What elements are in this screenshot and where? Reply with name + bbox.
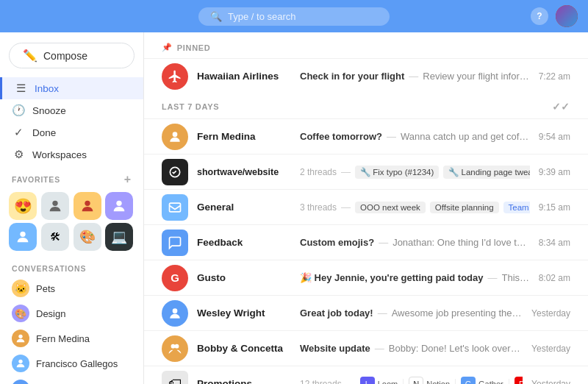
- email-time-hawaiian: 7:22 am: [539, 71, 570, 82]
- tag-lunch: Team lunch today!: [503, 202, 530, 213]
- mark-all-read-icon[interactable]: ✓✓: [552, 101, 570, 113]
- email-subject-gusto: 🎉 Hey Jennie, you're getting paid today: [300, 272, 484, 283]
- conversations-label: CONVERSATIONS: [12, 264, 86, 273]
- email-preview-fern: Wanna catch up and get coffee tomorrow a…: [401, 131, 530, 142]
- email-row-shortwave[interactable]: shortwave/website 2 threads — 🔧 Fix typo…: [144, 154, 588, 189]
- email-row-feedback[interactable]: Feedback Custom emojis? — Jonathan: One …: [144, 224, 588, 260]
- fav-item-4[interactable]: [105, 192, 133, 220]
- svg-point-12: [173, 308, 178, 313]
- conv-label-pets: Pets: [36, 283, 55, 294]
- conv-item-francisco[interactable]: Francisco Gallegos: [0, 351, 143, 376]
- svg-point-3: [20, 232, 25, 237]
- search-bar[interactable]: 🔍 Type / to search: [198, 7, 390, 26]
- email-subject-bobby-c: Website update: [300, 343, 370, 354]
- email-row-general[interactable]: General 3 threads — OOO next week Offsit…: [144, 189, 588, 224]
- email-preview-gusto: This will brighten your da...: [502, 272, 530, 283]
- fav-item-7[interactable]: 🎨: [74, 223, 101, 251]
- conv-label-fern: Fern Medina: [36, 333, 90, 344]
- sidebar-item-done[interactable]: ✓ Done: [0, 121, 143, 143]
- tag-fix-typo: 🔧 Fix typo (#1234): [355, 166, 439, 179]
- svg-point-4: [18, 335, 22, 338]
- fav-item-3[interactable]: [74, 192, 101, 220]
- conv-item-pets[interactable]: 🐱 Pets: [0, 276, 143, 301]
- conv-avatar-fern: [12, 330, 29, 347]
- add-favorite-icon[interactable]: +: [124, 173, 132, 186]
- done-icon: ✓: [12, 126, 25, 139]
- email-sender-wesley: Wesley Wright: [197, 307, 300, 319]
- help-button[interactable]: ?: [531, 7, 548, 25]
- sidebar-item-workspaces[interactable]: ⚙ Workspaces: [0, 143, 143, 166]
- conv-item-fern[interactable]: Fern Medina: [0, 326, 143, 351]
- workspaces-icon: ⚙: [12, 148, 25, 161]
- search-placeholder: Type / to search: [228, 11, 296, 22]
- sidebar: ✏️ Compose ☰ Inbox 🕐 Snooze ✓ Done ⚙ Wor…: [0, 32, 144, 384]
- email-row-fern[interactable]: Fern Medina Coffee tomorrow? — Wanna cat…: [144, 118, 588, 154]
- done-label: Done: [32, 127, 56, 138]
- email-row-promotions[interactable]: 🏷 Promotions 12 threads — L Loom N Notio…: [144, 366, 588, 384]
- promo-notion-label: Notion: [426, 380, 450, 385]
- compose-label: Compose: [43, 50, 87, 62]
- conv-avatar-pets: 🐱: [12, 280, 29, 297]
- email-content-fern: Coffee tomorrow? — Wanna catch up and ge…: [300, 131, 530, 142]
- promo-notion: N: [409, 377, 423, 385]
- email-sender-feedback: Feedback: [197, 237, 300, 248]
- email-content-promotions: 12 threads — L Loom N Notion G Gather P …: [300, 377, 523, 385]
- pinned-section-label: 📌 PINNED: [144, 32, 588, 58]
- fav-item-1[interactable]: 😍: [9, 192, 37, 220]
- topbar: 🔍 Type / to search ?: [0, 0, 588, 32]
- email-row-bobby-c[interactable]: Bobby & Concetta Website update — Bobby:…: [144, 330, 588, 366]
- sidebar-item-snooze[interactable]: 🕐 Snooze: [0, 99, 143, 121]
- email-subject-feedback: Custom emojis?: [300, 237, 374, 248]
- svg-point-0: [52, 201, 57, 206]
- compose-button[interactable]: ✏️ Compose: [9, 43, 135, 68]
- email-time-gusto: 8:02 am: [539, 273, 570, 283]
- promo-icons: L Loom N Notion G Gather P M +3: [360, 377, 523, 385]
- email-avatar-fern: [162, 124, 188, 150]
- workspaces-label: Workspaces: [32, 149, 87, 160]
- email-avatar-bobby-c: [162, 335, 188, 362]
- email-time-promotions: Yesterday: [531, 379, 570, 385]
- email-time-feedback: 8:34 am: [539, 238, 570, 248]
- email-time-general: 9:15 am: [539, 202, 570, 213]
- tag-ooo: OOO next week: [355, 202, 426, 213]
- conv-label-francisco: Francisco Gallegos: [36, 358, 118, 369]
- topbar-right: ?: [531, 5, 578, 27]
- email-time-shortwave: 9:39 am: [539, 167, 570, 177]
- sidebar-item-inbox[interactable]: ☰ Inbox: [0, 77, 143, 99]
- conv-item-design[interactable]: 🎨 Design: [0, 301, 143, 326]
- email-row-hawaiian[interactable]: Hawaiian Airlines Check in for your flig…: [144, 58, 588, 93]
- search-icon: 🔍: [210, 11, 222, 22]
- email-sender-shortwave: shortwave/website: [197, 167, 300, 177]
- email-row-wesley[interactable]: Wesley Wright Great job today! — Awesome…: [144, 295, 588, 330]
- inbox-icon: ☰: [14, 82, 27, 95]
- fav-item-6[interactable]: 🛠: [41, 223, 69, 251]
- last7-label: LAST 7 DAYS: [162, 102, 219, 111]
- email-avatar-shortwave: [162, 159, 188, 185]
- conv-avatar-wesley: [12, 380, 29, 384]
- email-sender-promotions: Promotions: [197, 378, 300, 384]
- email-content-wesley: Great job today! — Awesome job presentin…: [300, 307, 523, 319]
- main-layout: ✏️ Compose ☰ Inbox 🕐 Snooze ✓ Done ⚙ Wor…: [0, 32, 588, 384]
- conv-item-wesley[interactable]: Wesley Wright: [0, 376, 143, 384]
- email-avatar-general: [162, 194, 188, 221]
- promo-loom-label: Loom: [378, 380, 398, 385]
- promo-loom: L: [360, 377, 375, 385]
- favorites-label: FAVORITES: [12, 175, 60, 184]
- email-row-gusto[interactable]: G Gusto 🎉 Hey Jennie, you're getting pai…: [144, 260, 588, 295]
- email-content-bobby-c: Website update — Bobby: Done! Let's look…: [300, 343, 523, 354]
- user-avatar[interactable]: [556, 5, 578, 27]
- promo-gather: G: [461, 377, 476, 385]
- email-time-fern: 9:54 am: [539, 132, 570, 142]
- fav-item-8[interactable]: 💻: [105, 223, 133, 251]
- promo-p: P: [514, 377, 523, 385]
- fav-item-5[interactable]: [9, 223, 37, 251]
- tag-landing: 🔧 Landing page tweaks (#1235): [443, 166, 529, 179]
- email-avatar-gusto: G: [162, 265, 188, 291]
- svg-point-5: [18, 360, 22, 363]
- email-content-gusto: 🎉 Hey Jennie, you're getting paid today …: [300, 272, 530, 283]
- email-sender-hawaiian: Hawaiian Airlines: [197, 71, 300, 82]
- conversations-section-header: CONVERSATIONS: [0, 257, 143, 276]
- fav-item-2[interactable]: [41, 192, 69, 220]
- svg-point-1: [85, 201, 90, 206]
- tag-offsite: Offsite planning: [430, 202, 499, 213]
